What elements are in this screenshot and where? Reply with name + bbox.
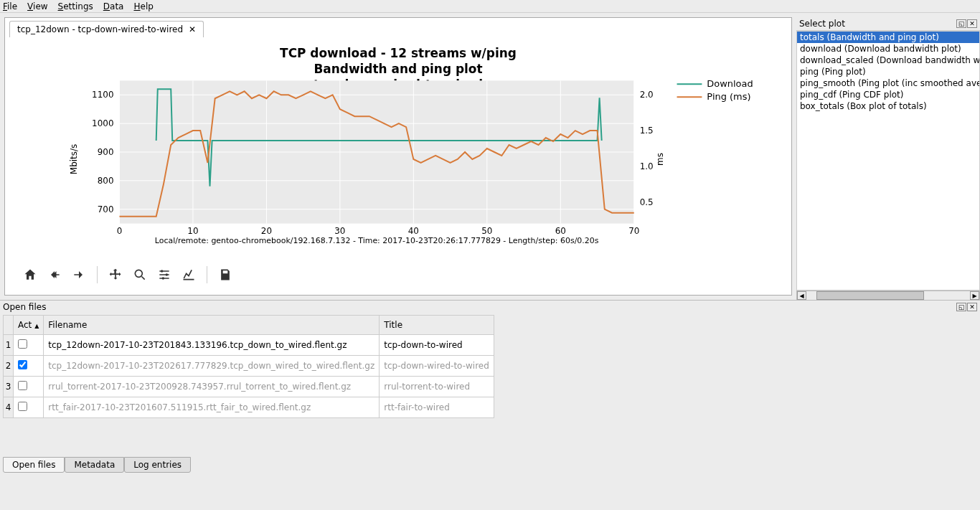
row-number: 4 [4,397,14,418]
svg-text:900: 900 [98,147,114,157]
select-plot-header: Select plot ◱ ✕ [796,17,980,31]
sort-asc-icon: ▲ [34,323,39,329]
cell-act[interactable] [14,356,44,377]
menu-view[interactable]: View [27,1,47,11]
col-act[interactable]: Act ▲ [14,316,44,335]
scroll-left-icon[interactable]: ◀ [797,291,806,300]
svg-rect-33 [50,270,52,279]
act-checkbox[interactable] [18,360,27,369]
open-files-title: Open files [3,302,46,312]
col-rownum[interactable] [4,316,14,335]
cell-filename: rrul_torrent-2017-10-23T200928.743957.rr… [44,377,380,397]
row-number: 3 [4,377,14,397]
row-number: 2 [4,356,14,377]
cell-act[interactable] [14,397,44,418]
legend-ping: Ping (ms) [707,91,750,102]
plot-item[interactable]: box_totals (Box plot of totals) [797,100,979,112]
menu-file[interactable]: File [3,1,17,11]
svg-text:40: 40 [408,226,419,236]
hscrollbar[interactable]: ◀ ▶ [796,291,980,301]
tab-label: tcp_12down - tcp-down-wired-to-wired [17,24,183,34]
close-icon[interactable]: ✕ [189,24,196,34]
svg-text:1100: 1100 [92,90,113,100]
chart-title-1: TCP download - 12 streams w/ping [280,46,517,60]
svg-text:700: 700 [98,204,114,214]
col-title[interactable]: Title [380,316,494,335]
cell-act[interactable] [14,335,44,356]
select-plot-title: Select plot [799,19,845,29]
menu-settings[interactable]: Settings [58,1,93,11]
scroll-thumb[interactable] [816,291,924,300]
save-icon[interactable] [213,264,237,285]
plot-item[interactable]: totals (Bandwidth and ping plot) [797,32,979,43]
menu-help[interactable]: Help [133,1,153,11]
edit-axes-icon[interactable] [176,264,201,285]
ylabel-right: ms [655,153,665,166]
scroll-right-icon[interactable]: ▶ [970,291,979,300]
svg-text:30: 30 [334,226,345,236]
row-number: 1 [4,335,14,356]
plot-item[interactable]: ping_cdf (Ping CDF plot) [797,89,979,100]
svg-point-36 [166,273,168,275]
svg-text:800: 800 [98,176,114,186]
plot-area: tcp_12down - tcp-down-wired-to-wired ✕ T… [4,17,792,296]
ylabel-left: Mbits/s [69,144,79,174]
table-row[interactable]: 4rtt_fair-2017-10-23T201607.511915.rtt_f… [4,397,494,418]
detach-icon[interactable]: ◱ [956,19,966,28]
svg-point-34 [135,270,142,277]
tab-log-entries[interactable]: Log entries [124,457,191,473]
plot-item[interactable]: download (Download bandwidth plot) [797,43,979,55]
detach-files-icon[interactable]: ◱ [956,303,966,311]
svg-text:1.0: 1.0 [640,161,654,171]
cell-filename: tcp_12down-2017-10-23T202617.777829.tcp_… [44,356,380,377]
menu-data[interactable]: Data [103,1,124,11]
act-checkbox[interactable] [18,381,27,390]
chart-footer: Local/remote: gentoo-chromebook/192.168.… [155,236,599,245]
cell-title: tcp-down-to-wired [380,335,494,356]
cell-filename: tcp_12down-2017-10-23T201843.133196.tcp_… [44,335,380,356]
svg-point-35 [161,270,163,272]
menubar: File View Settings Data Help [0,0,980,13]
svg-text:20: 20 [261,226,272,236]
home-icon[interactable] [18,264,42,285]
svg-point-37 [162,277,164,279]
chart-title-2: Bandwidth and ping plot [314,62,482,76]
back-icon[interactable] [42,264,67,285]
plot-tab[interactable]: tcp_12down - tcp-down-wired-to-wired ✕ [9,21,204,37]
file-table: Act ▲ Filename Title 1tcp_12down-2017-10… [3,315,494,418]
act-checkbox[interactable] [18,339,27,349]
close-panel-icon[interactable]: ✕ [967,19,977,28]
col-filename[interactable]: Filename [44,316,380,335]
plot-toolbar [5,260,791,290]
svg-text:0.5: 0.5 [640,197,654,207]
cell-filename: rtt_fair-2017-10-23T201607.511915.rtt_fa… [44,397,380,418]
plot-item[interactable]: download_scaled (Download bandwidth w/ax… [797,55,979,66]
cell-act[interactable] [14,377,44,397]
forward-icon[interactable] [67,264,91,285]
table-row[interactable]: 2tcp_12down-2017-10-23T202617.777829.tcp… [4,356,494,377]
cell-title: tcp-down-wired-to-wired [380,356,494,377]
act-checkbox[interactable] [18,402,27,411]
plot-item[interactable]: ping (Ping plot) [797,66,979,77]
close-files-icon[interactable]: ✕ [967,303,977,311]
tab-open-files[interactable]: Open files [3,457,65,473]
svg-text:10: 10 [187,226,198,236]
table-row[interactable]: 1tcp_12down-2017-10-23T201843.133196.tcp… [4,335,494,356]
configure-icon[interactable] [152,264,176,285]
legend-download: Download [707,78,753,89]
plot-list[interactable]: totals (Bandwidth and ping plot)download… [796,31,980,291]
open-files-header: Open files ◱ ✕ [0,301,980,313]
plot-item[interactable]: ping_smooth (Ping plot (inc smoothed ave… [797,77,979,89]
cell-title: rrul-torrent-to-wired [380,377,494,397]
svg-text:1.5: 1.5 [640,126,654,136]
svg-text:1000: 1000 [92,118,113,128]
svg-text:70: 70 [628,226,639,236]
cell-title: rtt-fair-to-wired [380,397,494,418]
tab-metadata[interactable]: Metadata [65,457,124,473]
svg-text:0: 0 [117,226,123,236]
svg-text:50: 50 [481,226,492,236]
table-row[interactable]: 3rrul_torrent-2017-10-23T200928.743957.r… [4,377,494,397]
chart: TCP download - 12 streams w/ping Bandwid… [19,44,777,252]
pan-icon[interactable] [103,264,128,285]
zoom-icon[interactable] [128,264,152,285]
